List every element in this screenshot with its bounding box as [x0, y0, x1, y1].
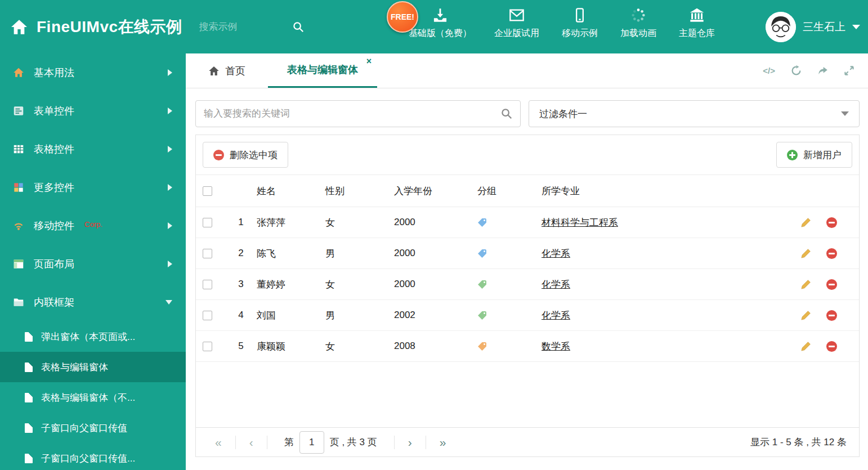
sidebar-subitem-popup-window[interactable]: 弹出窗体（本页面或... — [0, 321, 186, 352]
sidebar-item-page-layout[interactable]: 页面布局 — [0, 245, 186, 283]
brand[interactable]: FineUIMvc在线示例 — [0, 16, 182, 38]
page-icon — [25, 423, 33, 433]
major-link[interactable]: 化学系 — [542, 310, 570, 321]
sidebar-item-form-controls[interactable]: 表单控件 — [0, 92, 186, 130]
cell-year: 2000 — [394, 217, 477, 228]
user-menu[interactable]: 三生石上 — [766, 0, 860, 53]
pagination-summary: 显示 1 - 5 条 , 共 12 条 — [750, 436, 847, 449]
next-page-button[interactable]: › — [406, 436, 414, 448]
nav-loading-animation[interactable]: 加载动画 — [620, 7, 656, 39]
table-empty-space — [196, 362, 859, 427]
major-link[interactable]: 材料科学与工程系 — [542, 217, 618, 228]
delete-selected-button[interactable]: 删除选中项 — [203, 142, 288, 168]
keyword-search — [195, 100, 521, 127]
cell-year: 2000 — [394, 248, 477, 259]
sidebar-subitem-child-to-parent[interactable]: 子窗口向父窗口传值 — [0, 413, 186, 443]
sidebar-item-mobile-controls[interactable]: 移动控件 Corp. — [0, 207, 186, 245]
chevron-right-icon — [168, 184, 172, 191]
sidebar-item-label: 页面布局 — [34, 257, 74, 271]
fullscreen-icon[interactable] — [844, 65, 854, 76]
row-checkbox[interactable] — [203, 342, 212, 351]
cell-gender: 女 — [325, 340, 394, 353]
table-row[interactable]: 4 刘国 男 2002 化学系 — [196, 300, 859, 331]
edit-icon[interactable] — [800, 248, 811, 259]
row-checkbox[interactable] — [203, 249, 212, 258]
tab-grid-edit-window[interactable]: 表格与编辑窗体 × — [268, 53, 377, 88]
sidebar-item-grid-controls[interactable]: 表格控件 — [0, 130, 186, 168]
keyword-search-input[interactable] — [204, 108, 501, 119]
chevron-down-icon — [852, 25, 860, 29]
sidebar: 基本用法 表单控件 表格控件 更多控件 移动控件 Corp. — [0, 53, 186, 470]
share-icon[interactable] — [817, 65, 828, 76]
free-badge: FREE! — [387, 1, 418, 33]
sidebar-subitem-label: 子窗口向父窗口传值 — [41, 422, 127, 435]
header-search-input[interactable] — [199, 21, 284, 33]
edit-icon[interactable] — [800, 341, 811, 352]
page-icon — [25, 454, 33, 463]
prev-page-button[interactable]: ‹ — [247, 436, 256, 448]
home-icon — [10, 18, 28, 36]
page-label-suffix: 页 , 共 3 页 — [330, 436, 377, 449]
sidebar-subitem-label: 表格与编辑窗体（不... — [41, 391, 135, 404]
avatar — [766, 12, 796, 42]
cell-name: 康颖颖 — [257, 340, 325, 353]
sidebar-subitem-grid-edit-window-2[interactable]: 表格与编辑窗体（不... — [0, 382, 186, 413]
chevron-right-icon — [168, 108, 172, 114]
edit-icon[interactable] — [800, 310, 811, 321]
app-window: FineUIMvc在线示例 FREE! 基础版（免费） 企业版试用 移动示例 加… — [0, 0, 868, 470]
divider — [235, 436, 236, 449]
first-page-button[interactable]: « — [213, 436, 224, 448]
delete-icon[interactable] — [826, 217, 837, 228]
table-row[interactable]: 2 陈飞 男 2000 化学系 — [196, 238, 859, 269]
delete-icon[interactable] — [826, 341, 837, 352]
blocks-icon — [12, 181, 25, 194]
table-row[interactable]: 5 康颖颖 女 2008 数学系 — [196, 331, 859, 362]
add-user-button[interactable]: 新增用户 — [776, 142, 852, 168]
tag-icon — [477, 342, 487, 351]
sidebar-item-more-controls[interactable]: 更多控件 — [0, 168, 186, 207]
sidebar-subitem-child-to-parent-2[interactable]: 子窗口向父窗口传值... — [0, 443, 186, 470]
cell-gender: 女 — [325, 216, 394, 229]
sidebar-subitem-grid-edit-window[interactable]: 表格与编辑窗体 — [0, 352, 186, 382]
tab-home[interactable]: 首页 — [194, 53, 260, 88]
table-header-row: 姓名 性别 入学年份 分组 所学专业 — [196, 174, 859, 207]
nav-basic-edition[interactable]: 基础版（免费） — [409, 7, 472, 39]
chevron-down-icon — [165, 300, 172, 305]
nav-enterprise-trial[interactable]: 企业版试用 — [494, 7, 539, 39]
filter-dropdown-value: 过滤条件一 — [539, 108, 587, 120]
delete-icon[interactable] — [826, 310, 837, 321]
cell-year: 2002 — [394, 310, 477, 321]
page-label-prefix: 第 — [284, 436, 294, 449]
major-link[interactable]: 数学系 — [542, 341, 570, 352]
row-checkbox[interactable] — [203, 218, 212, 227]
row-checkbox[interactable] — [203, 311, 212, 320]
nav-theme-store[interactable]: 主题仓库 — [679, 7, 715, 39]
filter-dropdown[interactable]: 过滤条件一 — [529, 100, 860, 127]
sidebar-item-inline-frame[interactable]: 内联框架 — [0, 283, 186, 321]
view-source-icon[interactable]: </> — [763, 66, 775, 75]
row-checkbox[interactable] — [203, 280, 212, 289]
chevron-right-icon — [168, 69, 172, 76]
delete-icon[interactable] — [826, 279, 837, 290]
tag-icon — [477, 249, 487, 258]
search-icon[interactable] — [501, 108, 512, 119]
close-icon[interactable]: × — [366, 57, 372, 66]
edit-icon[interactable] — [800, 217, 811, 228]
table-row[interactable]: 3 董婷婷 女 2000 化学系 — [196, 269, 859, 300]
last-page-button[interactable]: » — [437, 436, 449, 448]
refresh-icon[interactable] — [791, 65, 802, 76]
column-name: 姓名 — [257, 185, 325, 198]
edit-icon[interactable] — [800, 279, 811, 290]
select-all-checkbox[interactable] — [203, 186, 212, 196]
page-number-input[interactable] — [299, 431, 324, 454]
sidebar-item-label: 移动控件 — [34, 219, 74, 232]
sidebar-item-basic-usage[interactable]: 基本用法 — [0, 53, 186, 92]
nav-mobile-demo[interactable]: 移动示例 — [562, 7, 598, 39]
cell-name: 张萍萍 — [257, 216, 325, 229]
major-link[interactable]: 化学系 — [542, 279, 570, 290]
major-link[interactable]: 化学系 — [542, 248, 570, 259]
table-row[interactable]: 1 张萍萍 女 2000 材料科学与工程系 — [196, 207, 859, 238]
search-icon[interactable] — [293, 21, 304, 33]
spinner-icon — [630, 7, 646, 23]
delete-icon[interactable] — [826, 248, 837, 259]
